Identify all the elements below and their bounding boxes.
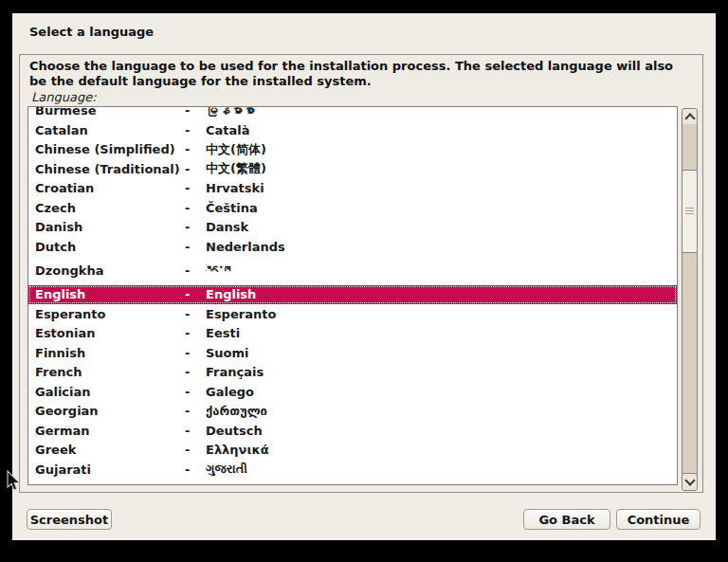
language-row[interactable]: Croatian - Hrvatski: [28, 179, 677, 199]
language-english-name: Croatian: [35, 181, 185, 195]
language-row[interactable]: Danish - Dansk: [28, 218, 677, 238]
language-row[interactable]: Catalan - Català: [28, 120, 677, 140]
language-english-name: Dzongkha: [35, 263, 185, 278]
language-english-name: Greek: [35, 443, 185, 457]
content-frame: Choose the language to be used for the i…: [19, 54, 703, 493]
language-separator: -: [185, 181, 206, 195]
language-native-name: རྫོང་ཁ: [206, 263, 677, 278]
language-separator: -: [185, 424, 206, 438]
language-row[interactable]: Burmese - မြန်မာစာ: [28, 106, 677, 120]
language-native-name: Čeština: [206, 201, 677, 215]
scrollbar-thumb[interactable]: [682, 170, 698, 253]
screenshot-button[interactable]: Screenshot: [27, 509, 112, 530]
language-english-name: Galician: [35, 385, 185, 399]
language-separator: -: [185, 307, 206, 321]
language-english-name: Catalan: [35, 123, 185, 137]
language-row[interactable]: French - Français: [28, 363, 677, 383]
language-native-name: 中文(简体): [206, 141, 677, 158]
language-row[interactable]: Estonian - Eesti: [28, 324, 677, 344]
language-row[interactable]: Georgian - ქართული: [28, 402, 677, 422]
language-separator: -: [185, 404, 206, 418]
language-row[interactable]: Esperanto - Esperanto: [28, 304, 677, 324]
language-native-name: Suomi: [206, 346, 677, 360]
language-native-name: English: [206, 287, 677, 301]
language-native-name: Nederlands: [206, 240, 677, 254]
language-native-name: Hrvatski: [206, 181, 677, 195]
language-row[interactable]: Finnish - Suomi: [28, 343, 677, 363]
scrollbar-track[interactable]: [682, 124, 698, 475]
language-native-name: Français: [206, 365, 677, 379]
instructions-text: Choose the language to be used for the i…: [29, 59, 676, 88]
language-native-name: မြန်မာစာ: [206, 106, 677, 118]
language-english-name: Chinese (Traditional): [35, 162, 185, 176]
language-separator: -: [185, 443, 206, 457]
language-row[interactable]: Chinese (Simplified) - 中文(简体): [28, 140, 677, 160]
language-separator: -: [185, 287, 206, 301]
mouse-cursor-icon: [6, 470, 21, 493]
language-separator: -: [185, 346, 206, 360]
language-english-name: Chinese (Simplified): [35, 142, 185, 156]
language-english-name: German: [35, 424, 185, 438]
language-separator: -: [185, 201, 206, 215]
language-row[interactable]: Czech - Čeština: [28, 198, 677, 218]
language-english-name: Estonian: [35, 326, 185, 340]
language-list[interactable]: Burmese - မြန်မာစာ Catalan - Català Chin…: [27, 106, 678, 485]
chevron-down-icon: [684, 475, 695, 485]
chevron-up-icon: [684, 113, 695, 123]
language-native-name: ગુજરાતી: [206, 462, 677, 477]
language-row[interactable]: Gujarati - ગુજરાતી: [28, 460, 677, 480]
language-row[interactable]: German - Deutsch: [28, 421, 677, 441]
language-english-name: Esperanto: [35, 307, 185, 321]
language-row[interactable]: Chinese (Traditional) - 中文(繁體): [28, 159, 677, 179]
language-native-name: Eesti: [206, 326, 677, 340]
language-label: Language:: [31, 90, 97, 104]
scrollbar-grip-icon: [685, 208, 694, 215]
language-english-name: Burmese: [35, 106, 185, 118]
language-separator: -: [185, 385, 206, 399]
language-separator: -: [185, 462, 206, 477]
language-row[interactable]: English - English: [28, 285, 677, 305]
language-english-name: Czech: [35, 201, 185, 215]
language-english-name: Gujarati: [35, 462, 185, 477]
language-separator: -: [185, 240, 206, 254]
language-english-name: English: [35, 287, 185, 301]
language-native-name: Esperanto: [206, 307, 677, 321]
scrollbar[interactable]: [682, 108, 698, 491]
language-separator: -: [185, 220, 206, 234]
language-english-name: Georgian: [35, 404, 185, 418]
language-separator: -: [185, 263, 206, 278]
continue-button[interactable]: Continue: [616, 509, 701, 530]
language-row[interactable]: Dzongkha - རྫོང་ཁ: [28, 257, 677, 285]
language-native-name: 中文(繁體): [206, 160, 677, 177]
language-row[interactable]: Galician - Galego: [28, 382, 677, 402]
installer-dialog: Select a language Choose the language to…: [12, 13, 716, 540]
language-separator: -: [185, 326, 206, 340]
language-separator: -: [185, 365, 206, 379]
language-separator: -: [185, 142, 206, 156]
language-native-name: Català: [206, 123, 677, 137]
language-row[interactable]: Dutch - Nederlands: [28, 237, 677, 257]
language-english-name: French: [35, 365, 185, 379]
language-native-name: Galego: [206, 385, 677, 399]
language-native-name: Dansk: [206, 220, 677, 234]
language-native-name: Ελληνικά: [206, 443, 677, 457]
language-native-name: ქართული: [206, 404, 677, 418]
language-english-name: Dutch: [35, 240, 185, 254]
language-english-name: Finnish: [35, 346, 185, 360]
language-separator: -: [185, 123, 206, 137]
language-separator: -: [185, 162, 206, 176]
go-back-button[interactable]: Go Back: [523, 509, 610, 530]
scroll-down-button[interactable]: [682, 473, 698, 491]
language-separator: -: [185, 106, 206, 118]
page-title: Select a language: [29, 25, 154, 39]
language-row[interactable]: Greek - Ελληνικά: [28, 441, 677, 461]
language-english-name: Danish: [35, 220, 185, 234]
language-native-name: Deutsch: [206, 424, 677, 438]
installer-screen: { "window": { "title": "Select a languag…: [0, 0, 728, 562]
